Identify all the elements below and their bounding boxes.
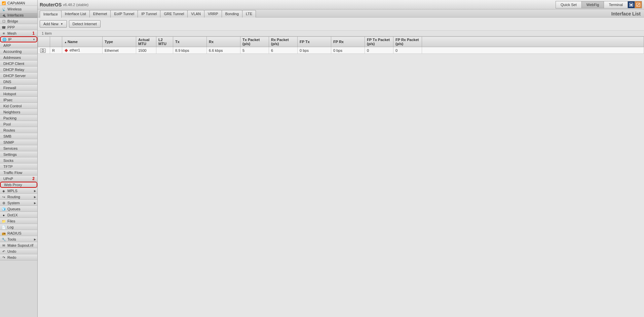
sidebar-item-bridge[interactable]: ☐Bridge (0, 18, 37, 24)
edit-icon-button[interactable] (635, 1, 642, 8)
sidebar-item-services[interactable]: Services (0, 145, 37, 151)
expand-icon: ▶ (34, 196, 36, 199)
quick-set-button[interactable]: Quick Set (556, 1, 582, 8)
sidebar-item-dhcp-client[interactable]: DHCP Client (0, 61, 37, 67)
sidebar-item-firewall[interactable]: Firewall (0, 85, 37, 91)
sidebar-item-upnp[interactable]: UPnP2 (0, 176, 37, 182)
sidebar-item-snmp[interactable]: SNMP (0, 139, 37, 145)
th-type[interactable]: Type (103, 37, 136, 47)
th-tx-pkt[interactable]: Tx Packet (p/s) (240, 37, 269, 47)
sidebar-item-web-proxy[interactable]: Web Proxy (0, 182, 37, 188)
sidebar-item-routes[interactable]: Routes (0, 127, 37, 133)
table-row[interactable]: DRether1Ethernet15008.9 kbps6.6 kbps560 … (38, 47, 644, 54)
sidebar-item-ip[interactable]: 🌐IP▼ (0, 36, 37, 42)
sidebar-item-label: DNS (3, 80, 36, 84)
sidebar-item-socks[interactable]: Socks (0, 157, 37, 164)
th-actions[interactable] (38, 37, 50, 47)
sidebar-item-tools[interactable]: 🔧Tools▶ (0, 236, 37, 242)
sidebar-item-label: RADIUS (7, 231, 36, 235)
sidebar-item-dhcp-relay[interactable]: DHCP Relay (0, 67, 37, 73)
sidebar-item-label: DHCP Server (3, 74, 36, 78)
th-fp-rx[interactable]: FP Rx (331, 37, 365, 47)
sidebar-item-label: IPsec (3, 98, 36, 102)
sidebar-item-settings[interactable]: Settings (0, 151, 37, 157)
sidebar-item-label: Services (3, 146, 36, 150)
toolbar: Add New ▼ Detect Internet (38, 17, 644, 30)
menu-icon: ↶ (1, 249, 6, 254)
sidebar-item-files[interactable]: 📁Files (0, 218, 37, 224)
sidebar-item-radius[interactable]: 📻RADIUS (0, 230, 37, 236)
sidebar-item-accounting[interactable]: Accounting (0, 48, 37, 55)
sidebar-item-ppp[interactable]: ☎PPP (0, 24, 37, 30)
sidebar-item-dns[interactable]: DNS (0, 79, 37, 85)
sidebar-item-dot1x[interactable]: ●Dot1X (0, 212, 37, 218)
sidebar-item-label: DHCP Relay (3, 68, 36, 72)
add-new-button[interactable]: Add New ▼ (40, 20, 67, 28)
th-flag[interactable] (50, 37, 62, 47)
tab-vrrp[interactable]: VRRP (204, 10, 222, 17)
sidebar-item-label: Pool (3, 122, 36, 126)
dashboard-icon-button[interactable] (628, 1, 635, 8)
th-rx[interactable]: Rx (207, 37, 240, 47)
tab-eoip-tunnel[interactable]: EoIP Tunnel (110, 10, 138, 17)
disable-button[interactable]: D (40, 48, 46, 53)
th-actual-mtu[interactable]: Actual MTU (136, 37, 156, 47)
cell-blank (422, 47, 644, 54)
sidebar-item-label: Undo (7, 249, 36, 253)
sidebar-item-capsman[interactable]: 📶CAPsMAN (0, 0, 37, 6)
tab-bonding[interactable]: Bonding (222, 10, 242, 17)
tab-interface-list[interactable]: Interface List (61, 10, 90, 17)
sidebar-item-label: SNMP (3, 140, 36, 144)
th-fp-tx-pkt[interactable]: FP Tx Packet (p/s) (365, 37, 393, 47)
tab-ethernet[interactable]: Ethernet (89, 10, 111, 17)
th-name[interactable]: ▲Name (62, 37, 103, 47)
sidebar-item-smb[interactable]: SMB (0, 133, 37, 139)
sidebar-item-neighbors[interactable]: Neighbors (0, 109, 37, 115)
sidebar-item-ipsec[interactable]: IPsec (0, 97, 37, 103)
tab-lte[interactable]: LTE (242, 10, 256, 17)
webfig-button[interactable]: WebFig (581, 1, 604, 8)
tab-interface[interactable]: Interface (40, 10, 62, 18)
th-fp-tx[interactable]: FP Tx (298, 37, 331, 47)
sidebar-item-undo[interactable]: ↶Undo (0, 248, 37, 254)
tab-gre-tunnel[interactable]: GRE Tunnel (160, 10, 188, 17)
sidebar-item-label: MPLS (7, 189, 34, 193)
sidebar-item-addresses[interactable]: Addresses (0, 55, 37, 61)
sidebar-item-hotspot[interactable]: Hotspot (0, 91, 37, 97)
cell-name[interactable]: ether1 (62, 47, 103, 54)
sidebar-item-packing[interactable]: Packing (0, 115, 37, 121)
sidebar-item-arp[interactable]: ARP (0, 42, 37, 48)
th-l2-mtu[interactable]: L2 MTU (156, 37, 173, 47)
detect-internet-button[interactable]: Detect Internet (69, 20, 101, 28)
sidebar-item-mesh[interactable]: ✳Mesh1 (0, 30, 37, 36)
tab-ip-tunnel[interactable]: IP Tunnel (138, 10, 160, 17)
sidebar-item-queues[interactable]: 🧊Queues (0, 206, 37, 212)
sidebar-item-kid-control[interactable]: Kid Control (0, 103, 37, 109)
th-rx-pkt[interactable]: Rx Packet (p/s) (269, 37, 298, 47)
th-fp-rx-pkt[interactable]: FP Rx Packet (p/s) (393, 37, 422, 47)
sidebar-item-label: System (7, 201, 34, 205)
sidebar-item-wireless[interactable]: 📡Wireless (0, 6, 37, 12)
sidebar-item-make-supout-rif[interactable]: ✉Make Supout.rif (0, 242, 37, 248)
terminal-button[interactable]: Terminal (604, 1, 628, 8)
brand-version: v6.48.2 (stable) (63, 3, 88, 7)
sidebar-item-dhcp-server[interactable]: DHCP Server (0, 73, 37, 79)
menu-icon: 📄 (1, 225, 6, 230)
sidebar-item-redo[interactable]: ↷Redo (0, 254, 37, 260)
cell-tx: 8.9 kbps (173, 47, 207, 54)
sidebar-item-label: Routing (7, 195, 34, 199)
sidebar-item-routing[interactable]: ↪Routing▶ (0, 194, 37, 200)
sidebar-item-traffic-flow[interactable]: Traffic Flow (0, 170, 37, 176)
menu-icon: ⚙ (1, 201, 6, 205)
th-tx[interactable]: Tx (173, 37, 207, 47)
tab-vlan[interactable]: VLAN (187, 10, 204, 17)
sidebar-item-log[interactable]: 📄Log (0, 224, 37, 230)
sidebar-item-pool[interactable]: Pool (0, 121, 37, 127)
sidebar-item-tftp[interactable]: TFTP (0, 164, 37, 170)
sidebar-item-system[interactable]: ⚙System▶ (0, 200, 37, 206)
page-title: Interface List (611, 11, 642, 16)
sidebar-item-interfaces[interactable]: 🔌Interfaces (0, 12, 37, 18)
sidebar-item-label: Dot1X (7, 213, 36, 217)
sidebar-item-mpls[interactable]: ◈MPLS▶ (0, 188, 37, 194)
sidebar-item-label: Files (7, 219, 36, 223)
